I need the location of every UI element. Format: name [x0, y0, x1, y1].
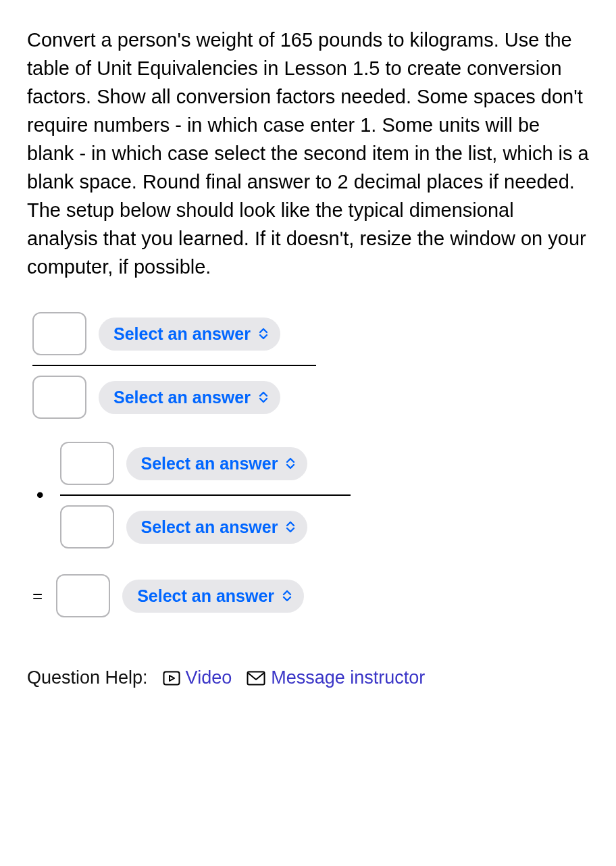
- message-instructor-link[interactable]: Message instructor: [247, 665, 425, 691]
- fraction-2-denominator: Select an answer: [60, 501, 351, 553]
- chevron-updown-icon: [282, 590, 292, 602]
- select-label: Select an answer: [141, 515, 278, 539]
- chevron-updown-icon: [286, 521, 295, 533]
- video-help-link[interactable]: Video: [163, 665, 232, 691]
- chevron-updown-icon: [286, 457, 295, 469]
- frac1-numerator-value-input[interactable]: [32, 312, 86, 355]
- question-help-row: Question Help: Video Message instructor: [27, 665, 589, 691]
- select-label: Select an answer: [141, 451, 278, 476]
- video-icon: [163, 671, 180, 686]
- fraction-1-bar: [32, 365, 316, 366]
- svg-rect-0: [163, 671, 179, 684]
- fraction-2-bar: [60, 494, 351, 496]
- select-label: Select an answer: [137, 584, 274, 608]
- frac2-numerator-unit-select[interactable]: Select an answer: [126, 447, 308, 480]
- chevron-updown-icon: [259, 328, 268, 340]
- svg-rect-1: [248, 671, 265, 684]
- frac1-denominator-unit-select[interactable]: Select an answer: [99, 381, 280, 413]
- result-row: = Select an answer: [32, 574, 589, 617]
- fraction-1: Select an answer Select an answer: [32, 308, 316, 423]
- select-label: Select an answer: [113, 322, 251, 346]
- result-value-input[interactable]: [56, 574, 110, 617]
- result-unit-select[interactable]: Select an answer: [122, 580, 304, 612]
- chevron-updown-icon: [259, 391, 268, 403]
- question-text: Convert a person's weight of 165 pounds …: [27, 26, 589, 281]
- frac2-denominator-unit-select[interactable]: Select an answer: [126, 511, 308, 543]
- message-instructor-text: Message instructor: [271, 665, 425, 691]
- select-label: Select an answer: [113, 385, 251, 409]
- fraction-1-numerator: Select an answer: [32, 308, 316, 359]
- frac2-denominator-value-input[interactable]: [60, 505, 114, 549]
- question-help-label: Question Help:: [27, 665, 148, 691]
- frac2-numerator-value-input[interactable]: [60, 442, 114, 485]
- fraction-1-denominator: Select an answer: [32, 372, 316, 423]
- fraction-2: Select an answer Select an answer: [60, 438, 351, 553]
- fraction-2-numerator: Select an answer: [60, 438, 351, 489]
- video-help-text: Video: [186, 665, 232, 691]
- multiply-dot: •: [32, 485, 47, 505]
- envelope-icon: [247, 671, 265, 686]
- frac1-numerator-unit-select[interactable]: Select an answer: [99, 317, 280, 350]
- equals-sign: =: [32, 584, 44, 609]
- frac1-denominator-value-input[interactable]: [32, 376, 86, 419]
- dimensional-analysis-area: Select an answer Select an answer •: [32, 308, 589, 617]
